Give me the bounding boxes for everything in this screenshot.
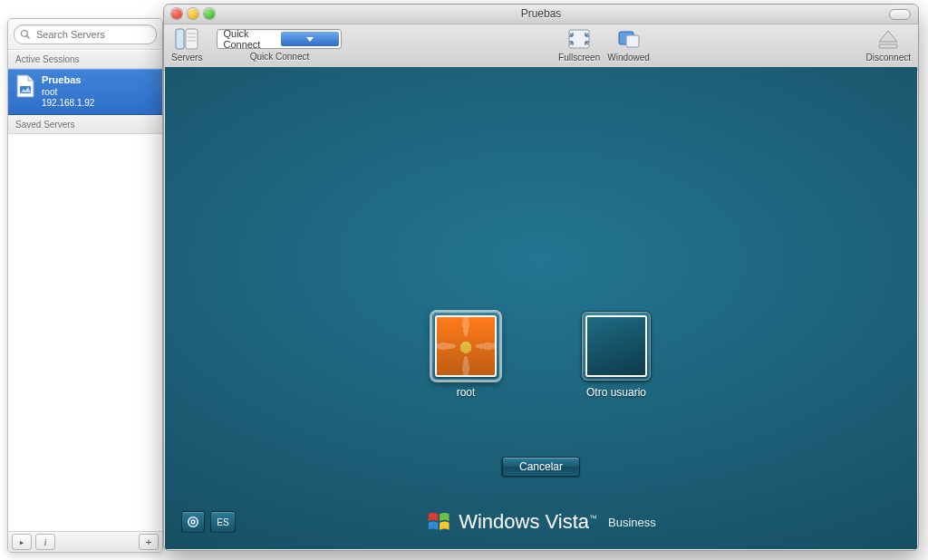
avatar-blank-icon xyxy=(585,315,647,377)
search-bar xyxy=(8,19,162,50)
windowed-label: Windowed xyxy=(607,53,650,63)
remote-screen[interactable]: root Otro usuario Cancelar ES xyxy=(165,67,917,549)
zoom-icon[interactable] xyxy=(204,8,215,19)
svg-rect-8 xyxy=(569,30,589,48)
fullscreen-icon xyxy=(566,27,592,51)
sidebar-footer: ▸ i + xyxy=(8,531,162,552)
svg-rect-10 xyxy=(626,35,639,47)
info-button[interactable]: i xyxy=(35,534,55,550)
toolbar-servers[interactable]: Servers xyxy=(171,27,202,63)
avatar-frame xyxy=(431,312,500,381)
close-icon[interactable] xyxy=(171,8,182,19)
svg-point-0 xyxy=(22,31,28,37)
toolbar: Servers Quick Connect Quick Connect F xyxy=(164,24,918,71)
svg-point-12 xyxy=(188,517,198,527)
search-input-wrap[interactable] xyxy=(14,24,157,44)
servers-icon xyxy=(174,27,199,51)
svg-point-13 xyxy=(191,520,195,524)
login-utility-strip: ES xyxy=(181,511,236,533)
dropdown-arrow-icon[interactable] xyxy=(281,32,339,46)
section-active-sessions: Active Sessions xyxy=(8,50,162,69)
user-tile-other[interactable]: Otro usuario xyxy=(582,312,651,399)
toolbar-windowed[interactable]: Windowed xyxy=(607,27,650,63)
language-badge[interactable]: ES xyxy=(210,511,236,533)
servers-sidebar-window: Active Sessions Pruebas root 192.168.1.9… xyxy=(7,18,163,553)
titlebar[interactable]: Pruebas xyxy=(164,5,918,24)
ease-of-access-button[interactable] xyxy=(181,511,205,533)
user-name: Otro usuario xyxy=(586,386,646,399)
user-tile-root[interactable]: root xyxy=(431,312,500,399)
window-title: Pruebas xyxy=(521,7,562,20)
svg-line-1 xyxy=(27,36,30,39)
windows-brand: Windows Vista™ Business xyxy=(426,509,656,535)
toolbar-fullscreen[interactable]: Fullscreen xyxy=(558,27,600,63)
toolbar-servers-label: Servers xyxy=(171,53,202,63)
add-button[interactable]: + xyxy=(139,534,159,550)
quick-connect-label: Quick Connect xyxy=(250,52,310,62)
cancel-button[interactable]: Cancelar xyxy=(502,457,580,477)
windowed-icon xyxy=(616,27,642,51)
quick-connect-value: Quick Connect xyxy=(223,28,281,50)
user-name: root xyxy=(457,386,476,399)
search-icon xyxy=(20,29,31,40)
disconnect-label: Disconnect xyxy=(866,53,911,63)
brand-text: Windows Vista™ xyxy=(459,510,597,534)
eject-icon xyxy=(875,27,901,51)
toolbar-toggle-icon[interactable] xyxy=(889,9,911,20)
minimize-icon[interactable] xyxy=(188,8,198,19)
windows-logo-icon xyxy=(426,509,451,535)
session-item[interactable]: Pruebas root 192.168.1.92 xyxy=(8,69,162,115)
svg-rect-11 xyxy=(879,44,897,48)
fullscreen-label: Fullscreen xyxy=(558,53,600,63)
session-user: root xyxy=(42,87,94,99)
avatar-frame xyxy=(582,312,651,381)
traffic-lights xyxy=(171,8,215,19)
svg-rect-4 xyxy=(186,29,198,49)
session-host: 192.168.1.92 xyxy=(42,98,94,110)
session-icon xyxy=(15,74,35,98)
search-input[interactable] xyxy=(34,28,163,41)
remote-window: Pruebas Servers Quick Connect Quick Conn… xyxy=(163,4,919,551)
toolbar-quick-connect[interactable]: Quick Connect Quick Connect xyxy=(217,27,342,62)
play-button[interactable]: ▸ xyxy=(12,534,32,550)
brand-edition: Business xyxy=(608,516,656,529)
section-saved-servers: Saved Servers xyxy=(8,115,162,134)
toolbar-disconnect[interactable]: Disconnect xyxy=(866,27,911,63)
svg-rect-3 xyxy=(176,29,184,49)
session-name: Pruebas xyxy=(42,74,94,87)
avatar-flower-icon xyxy=(435,315,497,377)
